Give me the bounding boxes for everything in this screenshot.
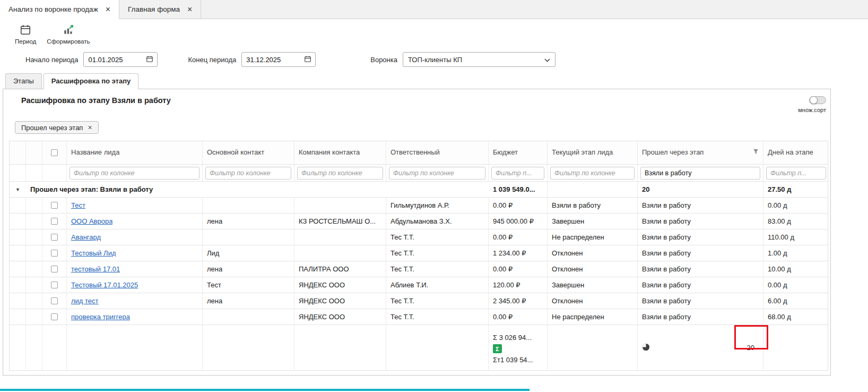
funnel-select[interactable]: ТОП-клиенты КП (403, 52, 555, 67)
column-header-current-stage[interactable]: Текущий этап лида (548, 141, 638, 164)
row-checkbox[interactable] (51, 313, 58, 320)
tab-stage-breakdown[interactable]: Расшифровка по этапу (44, 73, 138, 89)
lead-link[interactable]: проверка триггера (71, 313, 130, 321)
period-button[interactable]: Период (15, 24, 36, 45)
lead-link[interactable]: лид тест (71, 297, 99, 305)
row-checkbox[interactable] (51, 202, 58, 209)
start-period-input[interactable] (88, 56, 137, 64)
leads-table: Название лида Основной контакт Компания … (9, 141, 828, 371)
header-expander-col (10, 141, 26, 164)
filter-chip-passed-stage[interactable]: Прошел через этап × (15, 121, 99, 134)
generate-button[interactable]: Сформировать (47, 24, 90, 45)
filter-input-main-contact[interactable] (205, 167, 291, 180)
lead-link[interactable]: тестовый 17.01 (71, 265, 120, 273)
cell-current-stage: Отклонен (548, 245, 638, 261)
cell-main-contact: Тест (203, 277, 294, 293)
cell-lead-name: лид тест (67, 293, 203, 309)
cell-expander (10, 277, 26, 293)
cell-current-stage: Не распределен (548, 229, 638, 245)
group-days-average: 27.50 д (763, 182, 829, 197)
cell-days-on-stage: 68.00 д (763, 309, 829, 325)
budget-totals-cell: Σ 3 026 94... Σ Σт1 039 54... (489, 325, 548, 370)
cell-expander (10, 309, 26, 325)
lead-link[interactable]: Тестовый Лид (71, 249, 116, 257)
tab-stages[interactable]: Этапы (5, 73, 42, 89)
breakdown-panel: Расшифровка по этапу Взяли в работу множ… (3, 89, 831, 376)
lead-link[interactable]: Тестовый 17.01.2025 (71, 281, 138, 289)
calendar-icon[interactable] (146, 55, 153, 64)
cell-budget: 0.00 ₽ (489, 309, 548, 325)
cell-budget: 2 345.00 ₽ (489, 293, 548, 309)
cell-days-on-stage: 83.00 д (763, 214, 829, 229)
lead-link[interactable]: ООО Аврора (71, 217, 112, 225)
filter-chip-label: Прошел через этап (21, 124, 83, 132)
close-icon[interactable]: × (187, 5, 192, 14)
close-icon[interactable]: × (106, 5, 110, 14)
calendar-icon[interactable] (304, 55, 311, 64)
filter-input-budget[interactable] (491, 167, 544, 180)
row-checkbox[interactable] (51, 266, 58, 272)
table-row[interactable]: Тестовый 17.01.2025 Тест ЯНДЕКС ООО Абли… (10, 277, 828, 293)
cell-expander (10, 229, 26, 245)
active-filters: Прошел через этап × (3, 113, 830, 141)
lead-link[interactable]: Авангард (71, 233, 101, 241)
cell-main-contact: лена (203, 293, 294, 309)
column-header-contact-company[interactable]: Компания контакта (294, 141, 386, 164)
table-row[interactable]: тестовый 17.01 лена ПАЛИТРА ООО Тес Т.Т.… (10, 261, 828, 277)
filter-input-current-stage[interactable] (550, 167, 635, 180)
passed-count-total: 20 (747, 344, 754, 352)
lead-link[interactable]: Тест (71, 201, 85, 209)
row-checkbox[interactable] (51, 218, 58, 225)
count-aggregate-icon[interactable] (642, 343, 650, 353)
column-header-days-on-stage[interactable]: Дней на этапе (763, 141, 829, 164)
cell-days-on-stage: 110.00 д (763, 229, 829, 245)
row-checkbox[interactable] (51, 297, 58, 304)
column-header-passed-stage[interactable]: Прошел через этап (638, 141, 763, 164)
panel-header: Расшифровка по этапу Взяли в работу множ… (3, 89, 830, 113)
column-header-main-contact[interactable]: Основной контакт (203, 141, 294, 164)
column-header-lead-name[interactable]: Название лида (67, 141, 203, 164)
filter-input-passed-stage[interactable] (640, 167, 760, 180)
cell-current-stage: Отклонен (548, 261, 638, 277)
cell-days-on-stage: 6.00 д (763, 293, 829, 309)
cell-passed-stage: Взяли в работу (638, 214, 763, 229)
cell-current-stage: Отклонен (548, 293, 638, 309)
cell-checkbox (42, 229, 67, 245)
table-row[interactable]: Тестовый Лид Лид Тес Т.Т. 1 234.00 ₽ Отк… (10, 245, 828, 261)
row-checkbox[interactable] (51, 282, 58, 288)
group-row[interactable]: ▼ Прошел через этап: Взяли в работу 1 03… (10, 182, 828, 198)
cell-indicator (26, 261, 42, 277)
table-row[interactable]: Тест Гильмутдинов А.Р. 0.00 ₽ Взяли в ра… (10, 198, 828, 214)
report-subtabs: Этапы Расшифровка по этапу (0, 73, 868, 89)
filter-input-contact-company[interactable] (297, 167, 383, 180)
report-parameters: Начало периода Конец периода Воронка ТОП… (0, 49, 868, 70)
table-row[interactable]: Авангард Тес Т.Т. 0.00 ₽ Не распределен … (10, 229, 828, 245)
table-row[interactable]: ООО Аврора лена КЗ РОСТСЕЛЬМАШ О... Абду… (10, 214, 828, 229)
cell-budget: 1 234.00 ₽ (489, 245, 548, 261)
tab-main-form[interactable]: Главная форма × (119, 0, 201, 19)
table-row[interactable]: лид тест лена ЯНДЕКС ООО Тес Т.Т. 2 345.… (10, 293, 828, 309)
select-all-checkbox[interactable] (51, 149, 58, 156)
filter-input-days-on-stage[interactable] (766, 167, 826, 180)
multisort-toggle[interactable] (809, 96, 826, 104)
cell-passed-stage: Взяли в работу (638, 277, 763, 293)
filter-input-lead-name[interactable] (70, 167, 199, 180)
tab-funnel-analysis[interactable]: Анализ по воронке продаж × (0, 0, 119, 19)
calendar-icon (20, 24, 31, 37)
filter-input-responsible[interactable] (389, 167, 485, 180)
header-indicator-col (26, 141, 42, 164)
cell-passed-stage: Взяли в работу (638, 245, 763, 261)
cell-passed-stage: Взяли в работу (638, 261, 763, 277)
funnel-selected-value: ТОП-клиенты КП (408, 56, 462, 64)
start-period-field (83, 52, 158, 67)
column-header-budget[interactable]: Бюджет (489, 141, 548, 164)
collapse-group-icon[interactable]: ▼ (10, 182, 26, 197)
row-checkbox[interactable] (51, 250, 58, 257)
column-header-responsible[interactable]: Ответственный (386, 141, 489, 164)
sum-icon[interactable]: Σ (493, 344, 502, 353)
tab-label: Анализ по воронке продаж (8, 5, 98, 13)
row-checkbox[interactable] (51, 234, 58, 241)
end-period-input[interactable] (246, 56, 295, 64)
close-icon[interactable]: × (88, 123, 92, 132)
table-row[interactable]: проверка триггера ЯНДЕКС ООО Тес Т.Т. 0.… (10, 309, 828, 325)
